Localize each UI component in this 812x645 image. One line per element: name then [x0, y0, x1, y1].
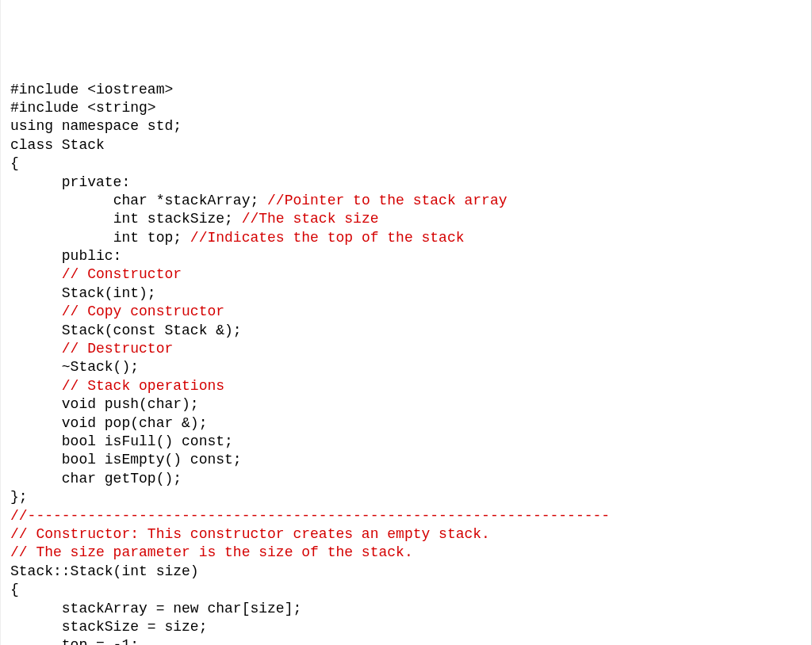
code-line: ~Stack(); [10, 358, 802, 376]
code-text: { [10, 582, 19, 597]
code-line: bool isEmpty() const; [10, 451, 802, 469]
code-line: stackArray = new char[size]; [10, 600, 802, 618]
code-line: int top; //Indicates the top of the stac… [10, 229, 802, 247]
code-line: bool isFull() const; [10, 433, 802, 451]
code-line: #include <string> [10, 99, 802, 117]
comment-text: //--------------------------------------… [10, 508, 610, 524]
code-text: stackSize = size; [62, 619, 208, 635]
comment-text: //The stack size [242, 211, 379, 227]
code-listing: #include <iostream>#include <string>usin… [10, 81, 802, 645]
code-text: char getTop(); [62, 471, 182, 487]
code-line: top = -1; [10, 636, 802, 645]
code-line: using namespace std; [10, 117, 802, 135]
code-line: int stackSize; //The stack size [10, 210, 802, 228]
code-text: void push(char); [62, 396, 199, 412]
code-text: int top; [113, 230, 190, 246]
code-text: top = -1; [62, 637, 139, 645]
code-text: ~Stack(); [62, 359, 139, 375]
code-line: // Constructor: This constructor creates… [10, 525, 802, 544]
code-line: // Copy constructor [10, 303, 802, 321]
comment-text: // The size parameter is the size of the… [10, 544, 413, 560]
code-line: #include <iostream> [10, 81, 802, 99]
code-text: { [10, 155, 19, 171]
code-line: public: [10, 247, 802, 265]
comment-text: // Constructor [62, 266, 182, 282]
code-line: // Destructor [10, 340, 802, 358]
code-line: { [10, 581, 802, 599]
comment-text: //Indicates the top of the stack [190, 230, 465, 246]
code-text: #include <string> [10, 100, 156, 116]
comment-text: // Destructor [62, 341, 173, 357]
code-line: Stack::Stack(int size) [10, 563, 802, 581]
code-text: void pop(char &); [62, 415, 208, 431]
comment-text: //Pointer to the stack array [267, 193, 507, 208]
code-line: // Stack operations [10, 377, 802, 395]
code-line: { [10, 155, 802, 173]
code-text: bool isEmpty() const; [62, 452, 242, 468]
code-text: char *stackArray; [113, 193, 267, 208]
code-line: //--------------------------------------… [10, 507, 802, 525]
code-text: }; [10, 489, 28, 505]
code-line: void push(char); [10, 395, 802, 414]
code-text: stackArray = new char[size]; [62, 601, 301, 616]
code-line: Stack(int); [10, 284, 802, 303]
code-text: using namespace std; [10, 118, 182, 134]
code-line: // Constructor [10, 265, 802, 284]
code-line: class Stack [10, 136, 802, 155]
code-text: bool isFull() const; [62, 433, 233, 449]
code-line: char *stackArray; //Pointer to the stack… [10, 192, 802, 210]
code-line: void pop(char &); [10, 414, 802, 433]
code-text: class Stack [10, 137, 105, 153]
code-text: Stack(const Stack &); [62, 322, 242, 338]
comment-text: // Copy constructor [62, 303, 224, 319]
code-line: Stack(const Stack &); [10, 322, 802, 340]
code-line: char getTop(); [10, 470, 802, 488]
code-line: }; [10, 488, 802, 506]
code-line: private: [10, 174, 802, 192]
code-text: public: [62, 248, 122, 264]
code-text: #include <iostream> [10, 82, 173, 97]
code-text: Stack(int); [62, 285, 156, 301]
code-line: stackSize = size; [10, 618, 802, 636]
comment-text: // Constructor: This constructor creates… [10, 526, 490, 542]
comment-text: // Stack operations [62, 378, 224, 394]
code-text: Stack::Stack(int size) [10, 563, 199, 579]
code-text: int stackSize; [113, 211, 242, 227]
code-text: private: [62, 174, 130, 190]
code-line: // The size parameter is the size of the… [10, 544, 802, 562]
